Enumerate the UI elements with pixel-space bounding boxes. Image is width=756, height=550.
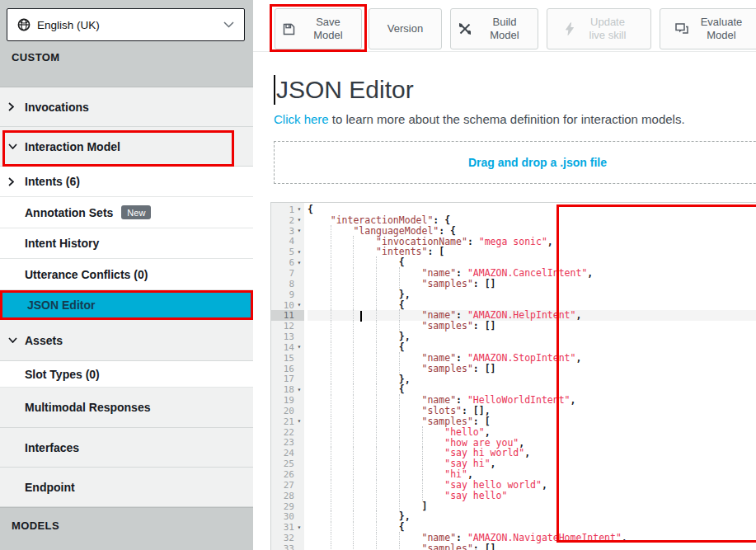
update-live-skill-button: Update live skill — [547, 8, 651, 49]
gutter-line-number[interactable]: 16 — [271, 364, 304, 374]
toolbar: Save Model Version Build Model Update li… — [253, 0, 756, 52]
chevron-down-icon — [8, 337, 17, 343]
editor-code[interactable]: { "interactionModel": { "languageModel":… — [304, 203, 756, 550]
json-dropzone[interactable]: Drag and drop a .json file — [274, 141, 756, 184]
save-icon — [283, 23, 295, 35]
dropzone-label: Drag and drop a .json file — [468, 156, 607, 169]
code-line[interactable]: "name": "AMAZON.CancelIntent", — [308, 268, 756, 279]
gutter-line-number[interactable]: 4 — [271, 237, 304, 247]
code-line[interactable]: "say hello" — [308, 491, 756, 501]
schema-help-text: Click here to learn more about the schem… — [274, 112, 756, 126]
gutter-line-number[interactable]: 1▾ — [271, 204, 304, 215]
sidebar-item-intents[interactable]: Intents (6) — [0, 167, 253, 197]
gutter-line-number[interactable]: 5▾ — [271, 247, 304, 257]
code-line[interactable]: "samples": [] — [308, 279, 756, 289]
gutter-line-number[interactable]: 22 — [271, 427, 304, 438]
lightning-icon — [565, 22, 575, 35]
chat-icon — [675, 23, 688, 35]
text-cursor — [274, 75, 275, 105]
gutter-line-number[interactable]: 14▾ — [271, 342, 304, 353]
json-code-editor[interactable]: 1▾2▾3▾45▾6▾78910▾11121314▾15161718▾19202… — [270, 202, 756, 550]
sidebar-item-interaction-model[interactable]: Interaction Model — [0, 127, 253, 167]
sidebar-item-json-editor[interactable]: JSON Editor — [0, 290, 253, 320]
sidebar-item-utterance-conflicts[interactable]: Utterance Conflicts (0) — [0, 259, 253, 290]
gutter-line-number[interactable]: 33 — [271, 543, 304, 550]
sidebar-item-slot-types[interactable]: Slot Types (0) — [0, 361, 253, 388]
gutter-line-number[interactable]: 7 — [271, 268, 304, 279]
sidebar-header: English (UK) CUSTOM — [0, 0, 253, 87]
chevron-down-icon — [8, 143, 17, 149]
sidebar-item-endpoint[interactable]: Endpoint — [0, 468, 253, 507]
build-model-button[interactable]: Build Model — [450, 8, 538, 49]
gutter-line-number[interactable]: 10▾ — [271, 300, 304, 311]
sidebar: English (UK) CUSTOM Invocations Interact… — [0, 0, 253, 550]
code-line[interactable]: "samples": [] — [308, 543, 756, 550]
gutter-line-number[interactable]: 32 — [271, 533, 304, 543]
gutter-line-number[interactable]: 9 — [271, 289, 304, 300]
gutter-line-number[interactable]: 12 — [271, 321, 304, 331]
gutter-line-number[interactable]: 17 — [271, 374, 304, 385]
chevron-right-icon — [8, 102, 14, 111]
gutter-line-number[interactable]: 21▾ — [271, 416, 304, 427]
save-model-button[interactable]: Save Model — [275, 8, 362, 49]
globe-icon — [17, 18, 31, 31]
chevron-right-icon — [8, 177, 14, 186]
gutter-line-number[interactable]: 3▾ — [271, 226, 304, 237]
main-panel: Save Model Version Build Model Update li… — [253, 0, 756, 550]
gutter-line-number[interactable]: 19 — [271, 395, 304, 406]
sidebar-nav: Invocations Interaction Model Intents (6… — [0, 87, 253, 550]
gutter-line-number[interactable]: 26 — [271, 469, 304, 480]
gutter-line-number[interactable]: 2▾ — [271, 215, 304, 226]
evaluate-model-button[interactable]: Evaluate Model — [660, 8, 756, 49]
gutter-line-number[interactable]: 25 — [271, 458, 304, 469]
gutter-line-number[interactable]: 31▾ — [271, 522, 304, 533]
code-line[interactable]: "slots": [], — [308, 406, 756, 416]
sidebar-item-interfaces[interactable]: Interfaces — [0, 428, 253, 468]
sidebar-item-annotation-sets[interactable]: Annotation Sets New — [0, 197, 253, 228]
gutter-line-number[interactable]: 28 — [271, 491, 304, 501]
gutter-line-number[interactable]: 15 — [271, 353, 304, 364]
gutter-line-number[interactable]: 18▾ — [271, 384, 304, 395]
gutter-line-number[interactable]: 23 — [271, 438, 304, 449]
sidebar-item-multimodal-responses[interactable]: Multimodal Responses — [0, 388, 253, 428]
gutter-line-number[interactable]: 29 — [271, 501, 304, 512]
version-button[interactable]: Version — [369, 8, 442, 49]
page-title: JSON Editor — [274, 75, 756, 105]
sidebar-item-invocations[interactable]: Invocations — [0, 87, 253, 127]
click-here-link[interactable]: Click here — [274, 112, 329, 126]
sidebar-item-intent-history[interactable]: Intent History — [0, 228, 253, 259]
gutter-line-number[interactable]: 13 — [271, 331, 304, 342]
code-line[interactable]: }, — [308, 289, 756, 300]
gutter-line-number[interactable]: 11 — [271, 310, 304, 321]
language-select-value: English (UK) — [37, 19, 223, 31]
chevron-down-icon — [223, 21, 234, 28]
gutter-line-number[interactable]: 6▾ — [271, 257, 304, 268]
editor-gutter: 1▾2▾3▾45▾6▾78910▾11121314▾15161718▾19202… — [271, 203, 304, 550]
sidebar-item-assets[interactable]: Assets — [0, 320, 253, 361]
language-select[interactable]: English (UK) — [7, 8, 245, 41]
code-line[interactable]: "say hello world", — [308, 480, 756, 491]
gutter-line-number[interactable]: 30 — [271, 511, 304, 522]
code-line[interactable]: "samples": [ — [308, 416, 756, 427]
gutter-line-number[interactable]: 8 — [271, 279, 304, 289]
new-badge: New — [121, 205, 151, 219]
code-line[interactable]: "samples": [] — [308, 364, 756, 374]
gutter-line-number[interactable]: 20 — [271, 406, 304, 416]
code-line[interactable]: "hello", — [308, 427, 756, 438]
gutter-line-number[interactable]: 27 — [271, 480, 304, 491]
build-icon — [458, 22, 472, 35]
code-line[interactable]: "name": "AMAZON.StopIntent", — [308, 353, 756, 364]
gutter-line-number[interactable]: 24 — [271, 448, 304, 458]
section-models: MODELS — [0, 507, 253, 550]
content: JSON Editor Click here to learn more abo… — [253, 52, 756, 184]
